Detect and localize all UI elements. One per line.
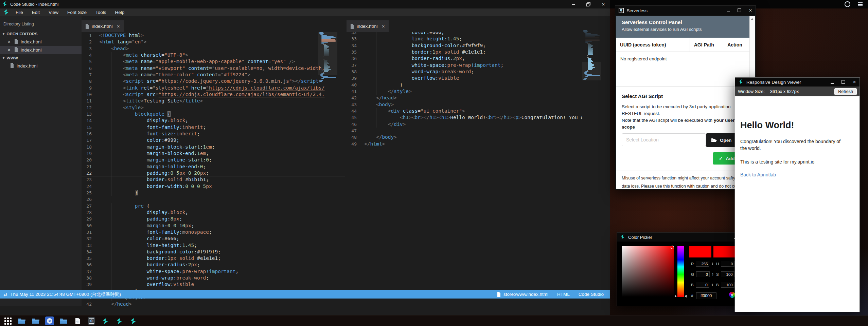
code-line-11[interactable]: 11<title>Testing Site</title> — [82, 98, 345, 104]
code-editor-left[interactable]: 1<!DOCTYPE html>2<html lang="en">3<head>… — [82, 32, 345, 306]
code-line-36[interactable]: 36border-radius:2px; — [347, 55, 582, 62]
sidebar-item-index.html[interactable]: ✕index.html — [0, 38, 82, 46]
menu-file[interactable]: File — [11, 8, 28, 16]
folder-icon[interactable] — [59, 317, 68, 325]
code-line-38[interactable]: 38word-wrap:break-word; — [347, 69, 582, 75]
code-editor-right[interactable]: 32color:#666;33line-height:1.45;34backgr… — [347, 32, 582, 306]
restore-button[interactable] — [586, 2, 591, 7]
minimap-right[interactable] — [583, 31, 600, 80]
code-line-16[interactable]: 16font-size:inherit; — [82, 131, 345, 137]
code-line-23[interactable]: 23border:solid #b1b1b1; — [82, 176, 345, 183]
code-line-1[interactable]: 1<!DOCTYPE html> — [82, 32, 345, 39]
code-line-19[interactable]: 19margin-block-end:1em; — [82, 150, 345, 157]
refresh-button[interactable]: Refresh — [834, 88, 857, 95]
sync-icon[interactable]: ⇄ — [3, 292, 7, 297]
channel-g-field-rgb[interactable]: G0▲▼ — [691, 271, 714, 277]
code-line-47[interactable]: 47 — [347, 128, 582, 134]
hex-value-input[interactable]: ff0000 — [696, 292, 716, 299]
code-studio-icon[interactable] — [129, 317, 138, 325]
menu-view[interactable]: View — [44, 8, 63, 16]
code-line-30[interactable]: 30margin:0 0 10px; — [82, 223, 345, 229]
sidebar-section-open-editors[interactable]: ▾OPEN EDITORS — [0, 30, 82, 38]
code-line-28[interactable]: 28display:block; — [82, 209, 345, 216]
code-line-49[interactable]: 49</html> — [347, 141, 582, 147]
code-line-22[interactable]: 22padding:0 5px 0 20px; — [82, 170, 345, 176]
minimize-button[interactable] — [831, 80, 834, 85]
code-line-36[interactable]: 36border-radius:2px; — [82, 262, 345, 268]
code-line-42[interactable]: 42</head> — [82, 301, 345, 306]
code-line-3[interactable]: 3<head> — [82, 45, 345, 52]
code-line-15[interactable]: 15font-family:inherit; — [82, 124, 345, 131]
loading-circle-icon[interactable] — [845, 1, 850, 7]
tab-index-html-left[interactable]: index.html ✕ — [82, 20, 124, 32]
minimize-button[interactable] — [571, 2, 576, 7]
code-line-17[interactable]: 17color:#999; — [82, 137, 345, 143]
menu-help[interactable]: Help — [111, 8, 129, 16]
code-line-37[interactable]: 37white-space:pre-wrap!important; — [347, 62, 582, 69]
code-line-32[interactable]: 32color:#666; — [82, 235, 345, 242]
folder-icon[interactable] — [31, 317, 40, 325]
code-line-18[interactable]: 18margin-block-start:1em; — [82, 144, 345, 150]
stepper-icon[interactable]: ▲▼ — [711, 283, 713, 287]
code-line-44[interactable]: 44<div class="ui container"> — [347, 108, 582, 114]
close-tab-icon[interactable]: ✕ — [117, 24, 120, 29]
code-line-33[interactable]: 33line-height:1.45; — [347, 36, 582, 42]
minimap-left[interactable] — [319, 32, 336, 82]
code-line-7[interactable]: 7<meta name="theme-color" content="#ff92… — [82, 72, 345, 78]
code-line-34[interactable]: 34background-color:#f9f9f9; — [82, 249, 345, 255]
status-language[interactable]: HTML — [557, 292, 570, 297]
minimize-button[interactable] — [727, 8, 730, 13]
code-line-8[interactable]: 8<script src="https://code.jquery.com/jq… — [82, 78, 345, 84]
code-line-35[interactable]: 35border:1px solid #e1e1e1; — [82, 255, 345, 262]
hue-marker-left[interactable] — [675, 295, 677, 298]
status-file[interactable]: store:/www/index.html — [497, 292, 548, 297]
sidebar-section-www[interactable]: ▾WWW — [0, 54, 82, 62]
code-line-27[interactable]: 27pre { — [82, 203, 345, 209]
status-app[interactable]: Code Studio — [579, 292, 604, 297]
code-line-32[interactable]: 32color:#666; — [347, 32, 582, 36]
code-line-24[interactable]: 24border-width:0 0 0 5px — [82, 183, 345, 190]
code-line-13[interactable]: 13blockquote { — [82, 111, 345, 117]
sidebar-item-index.html[interactable]: index.html — [0, 62, 82, 70]
back-to-aprintlab-link[interactable]: Back to Aprintlab — [740, 172, 853, 177]
saturation-square[interactable] — [622, 246, 674, 297]
close-icon[interactable]: ✕ — [7, 48, 12, 52]
code-line-39[interactable]: 39overflow:visible — [347, 75, 582, 81]
title-bar[interactable]: Code Studio - index.html ✕ — [0, 0, 610, 8]
code-line-6[interactable]: 6<meta name="viewport" content="user-sca… — [82, 65, 345, 72]
maximize-button[interactable] — [738, 8, 741, 13]
close-icon[interactable]: ✕ — [7, 40, 12, 44]
code-line-12[interactable]: 12<style> — [82, 104, 345, 111]
code-line-40[interactable]: 40} — [347, 82, 582, 88]
close-button[interactable]: ✕ — [853, 80, 856, 84]
code-line-42[interactable]: 42</head> — [347, 95, 582, 101]
code-line-5[interactable]: 5<meta name="apple-mobile-web-app-capabl… — [82, 58, 345, 65]
code-line-48[interactable]: 48</body> — [347, 134, 582, 140]
color-picker-title-bar[interactable]: Color Picker — [617, 233, 752, 242]
color-wheel-icon[interactable] — [729, 292, 735, 298]
media-player-icon[interactable] — [45, 317, 54, 325]
code-line-21[interactable]: 21margin-inline-end:0; — [82, 164, 345, 170]
location-input[interactable] — [622, 133, 706, 146]
code-line-39[interactable]: 39overflow:visible — [82, 281, 345, 288]
scroll-up-icon[interactable] — [751, 18, 754, 20]
code-line-26[interactable]: 26 — [82, 196, 345, 203]
serverless-icon[interactable]: 0 — [87, 317, 96, 325]
menu-edit[interactable]: Edit — [28, 8, 44, 16]
code-line-33[interactable]: 33line-height:1.45; — [82, 242, 345, 249]
app-grid-icon[interactable] — [3, 317, 12, 325]
code-line-4[interactable]: 4<meta charset="UTF-8"> — [82, 52, 345, 58]
document-icon[interactable] — [73, 317, 82, 325]
hue-slider[interactable] — [677, 246, 684, 297]
hamburger-menu-icon[interactable] — [858, 2, 863, 6]
code-line-38[interactable]: 38word-wrap:break-word; — [82, 275, 345, 281]
sidebar-item-index.html[interactable]: ✕index.html — [0, 46, 82, 54]
code-line-2[interactable]: 2<html lang="en"> — [82, 39, 345, 45]
saturation-marker[interactable] — [671, 246, 674, 249]
menu-tools[interactable]: Tools — [91, 8, 111, 16]
hue-marker-right[interactable] — [685, 295, 687, 298]
stepper-icon[interactable]: ▲▼ — [711, 262, 713, 266]
code-line-10[interactable]: 10<script src="https://cdnjs.cloudflare.… — [82, 91, 345, 98]
code-line-29[interactable]: 29padding:8px; — [82, 216, 345, 222]
code-line-9[interactable]: 9<link rel="stylesheet" href="https://cd… — [82, 85, 345, 91]
